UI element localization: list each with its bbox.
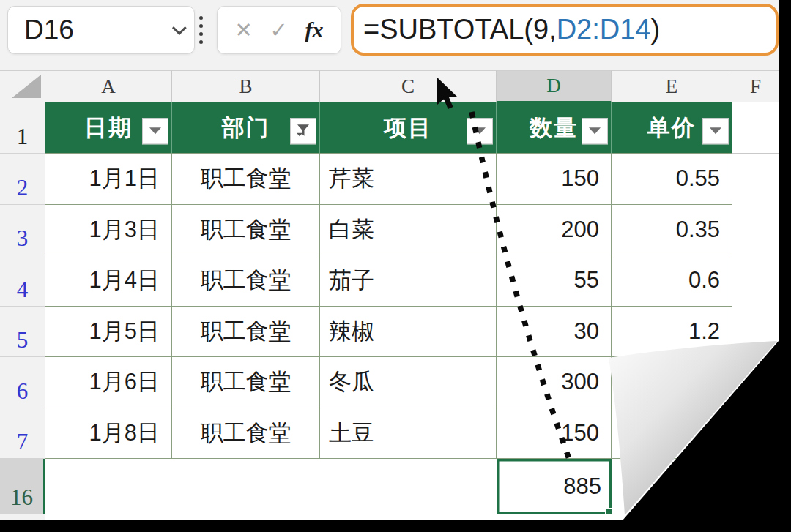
cell-f16[interactable] xyxy=(732,459,779,514)
cell-d5[interactable]: 30 xyxy=(497,307,612,358)
chevron-down-icon[interactable] xyxy=(172,20,187,35)
cell-e2[interactable]: 0.55 xyxy=(612,154,732,205)
column-header-d-selected[interactable]: D xyxy=(497,70,612,102)
cell-a3[interactable]: 1月3日 xyxy=(45,205,172,256)
column-header-c[interactable]: C xyxy=(320,70,497,102)
cell-f3[interactable] xyxy=(732,205,779,256)
cell-d3[interactable]: 200 xyxy=(497,205,612,256)
cell-f2[interactable] xyxy=(732,154,779,205)
cell-b1-dept-header[interactable]: 部门 xyxy=(172,102,320,154)
cell-c7[interactable]: 土豆 xyxy=(320,408,497,460)
formula-prefix: =SUBTOTAL(9, xyxy=(363,14,557,45)
cell-b3[interactable]: 职工食堂 xyxy=(172,205,320,256)
cell-a4[interactable]: 1月4日 xyxy=(45,255,172,307)
cell-f1[interactable] xyxy=(732,102,779,154)
cell-e3[interactable]: 0.35 xyxy=(612,205,732,256)
cell-d1-qty-header[interactable]: 数量 xyxy=(497,102,612,154)
name-box-value: D16 xyxy=(24,15,172,45)
kebab-separator-icon xyxy=(199,16,203,44)
cell-a1-date-header[interactable]: 日期 xyxy=(45,102,172,154)
cell-a5[interactable]: 1月5日 xyxy=(45,307,172,358)
cell-c6[interactable]: 冬瓜 xyxy=(320,357,497,408)
cell-d2[interactable]: 150 xyxy=(497,154,612,205)
row-header-3[interactable]: 3 xyxy=(0,205,45,256)
cell-a16[interactable] xyxy=(45,459,172,514)
cell-e1-price-header[interactable]: 单价 xyxy=(612,102,732,154)
cell-f4[interactable] xyxy=(732,255,779,307)
row-header-2[interactable]: 2 xyxy=(0,154,45,205)
cell-b4[interactable]: 职工食堂 xyxy=(172,255,320,307)
cell-c4[interactable]: 茄子 xyxy=(320,255,497,307)
cell-c16[interactable] xyxy=(320,459,497,514)
cell-a2[interactable]: 1月1日 xyxy=(45,154,172,205)
row-header-4[interactable]: 4 xyxy=(0,255,45,307)
cell-d16-selected[interactable]: 885 xyxy=(497,459,612,514)
column-header-f[interactable]: F xyxy=(732,70,779,102)
cell-b16[interactable] xyxy=(172,459,320,514)
row-header-16-selected[interactable]: 16 xyxy=(0,459,45,514)
subtotal-value: 885 xyxy=(563,473,601,500)
filter-dropdown-icon[interactable] xyxy=(582,118,608,144)
filter-dropdown-icon[interactable] xyxy=(142,118,168,144)
select-all-button[interactable] xyxy=(0,70,45,102)
name-box[interactable]: D16 xyxy=(7,6,195,54)
formula-bar[interactable]: =SUBTOTAL(9,D2:D14) xyxy=(351,4,779,56)
row-header-6[interactable]: 6 xyxy=(0,357,45,408)
filter-dropdown-icon[interactable] xyxy=(467,118,493,144)
cell-d7[interactable]: 150 xyxy=(497,408,612,460)
insert-function-icon[interactable]: fx xyxy=(305,18,323,42)
cell-f6[interactable] xyxy=(732,357,779,408)
cell-c5[interactable]: 辣椒 xyxy=(320,307,497,358)
column-header-e[interactable]: E xyxy=(612,70,732,102)
cell-e16[interactable] xyxy=(612,459,732,514)
column-header-a[interactable]: A xyxy=(45,70,172,102)
cancel-icon[interactable]: ✕ xyxy=(235,18,253,42)
select-all-triangle-icon xyxy=(12,75,41,98)
cell-c3[interactable]: 白菜 xyxy=(320,205,497,256)
formula-suffix: ) xyxy=(650,14,660,45)
formula-range-reference: D2:D14 xyxy=(557,14,651,45)
cell-b7[interactable]: 职工食堂 xyxy=(172,408,320,460)
cell-e6[interactable] xyxy=(612,357,732,408)
cell-a6[interactable]: 1月6日 xyxy=(45,357,172,408)
worksheet-grid: A B C D E F 1 日期 部门 项目 数量 xyxy=(0,70,779,520)
enter-icon[interactable]: ✓ xyxy=(270,18,288,42)
column-header-b[interactable]: B xyxy=(172,70,320,102)
cell-a7[interactable]: 1月8日 xyxy=(45,408,172,460)
row-header-5[interactable]: 5 xyxy=(0,307,45,358)
cell-d4[interactable]: 55 xyxy=(497,255,612,307)
spreadsheet-window: D16 ✕ ✓ fx =SUBTOTAL(9,D2:D14) A B C D E xyxy=(0,0,779,520)
cell-b2[interactable]: 职工食堂 xyxy=(172,154,320,205)
cell-b6[interactable]: 职工食堂 xyxy=(172,357,320,408)
cell-e4[interactable]: 0.6 xyxy=(612,255,732,307)
screenshot-canvas: D16 ✕ ✓ fx =SUBTOTAL(9,D2:D14) A B C D E xyxy=(0,0,791,532)
row-header-1[interactable]: 1 xyxy=(0,102,45,154)
row-header-7[interactable]: 7 xyxy=(0,408,45,460)
fill-handle[interactable] xyxy=(605,508,613,516)
formula-buttons-group: ✕ ✓ fx xyxy=(217,6,341,54)
cell-f7[interactable] xyxy=(732,408,779,460)
cell-f5[interactable] xyxy=(732,307,779,358)
cell-c2[interactable]: 芹菜 xyxy=(320,154,497,205)
row-header-partial xyxy=(0,514,45,520)
cell-d6[interactable]: 300 xyxy=(497,357,612,408)
filter-dropdown-icon[interactable] xyxy=(702,118,729,144)
cell-b5[interactable]: 职工食堂 xyxy=(172,307,320,358)
cell-c1-item-header[interactable]: 项目 xyxy=(320,102,497,154)
row-partial xyxy=(45,514,779,520)
cell-e7[interactable] xyxy=(612,408,732,460)
filter-active-icon[interactable] xyxy=(290,118,316,144)
formula-toolbar: D16 ✕ ✓ fx =SUBTOTAL(9,D2:D14) xyxy=(0,0,779,70)
cell-e5[interactable]: 1.2 xyxy=(612,307,732,358)
